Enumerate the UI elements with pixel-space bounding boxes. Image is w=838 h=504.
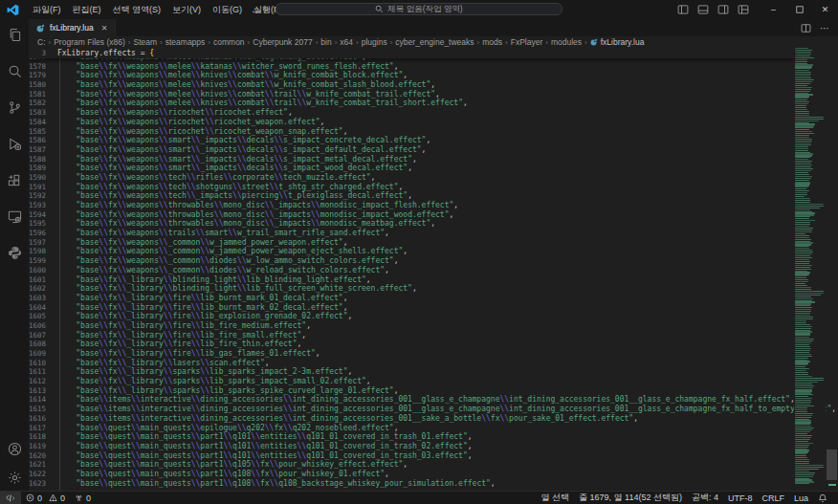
restore-button[interactable] bbox=[786, 0, 812, 19]
code-line[interactable]: 1592 "base\\fx\\weapons\\tech\\_impacts\… bbox=[29, 191, 794, 201]
code-line[interactable]: 1595 "base\\fx\\weapons\\throwables\\mon… bbox=[29, 219, 794, 229]
code-line[interactable]: 1608 "base\\fx\\_library\\fire\\lib_fire… bbox=[29, 340, 794, 349]
command-center-search[interactable]: 제목 없음(작업 영역) bbox=[276, 3, 562, 15]
code-line[interactable]: 1581 "base\\fx\\weapons\\melee\\knives\\… bbox=[29, 90, 794, 99]
explorer-icon[interactable] bbox=[8, 28, 22, 42]
close-button[interactable]: ✕ bbox=[812, 0, 838, 19]
menu-item-4[interactable]: 이동(G) bbox=[207, 4, 248, 16]
account-icon[interactable] bbox=[8, 442, 22, 456]
code-line[interactable]: 1598 "base\\fx\\weapons\\_common\\w_jamm… bbox=[29, 247, 794, 256]
code-line[interactable]: 1621 "base\\quest\\main_quests\\part1\\q… bbox=[29, 460, 794, 470]
notifications-bell[interactable] bbox=[813, 492, 832, 504]
menu-item-0[interactable]: 파일(F) bbox=[27, 4, 67, 16]
code-line[interactable]: 1607 "base\\fx\\_library\\fire\\lib_fire… bbox=[29, 331, 794, 340]
crumb[interactable]: C: bbox=[37, 37, 46, 47]
crumb[interactable]: Steam bbox=[133, 37, 157, 47]
code-line[interactable]: 1623 "base\\quest\\main_quests\\part1\\q… bbox=[29, 479, 794, 489]
code-line[interactable]: 1587 "base\\fx\\weapons\\smart\\_impacts… bbox=[29, 145, 794, 155]
crumb[interactable]: x64 bbox=[340, 37, 353, 47]
code-line[interactable]: 1617 "base\\quest\\main_quests\\epilogue… bbox=[29, 424, 794, 433]
code-line[interactable]: 1584 "base\\fx\\weapons\\ricochet\\ricoc… bbox=[29, 118, 794, 127]
code-line[interactable]: 1612 "base\\fx\\_library\\sparks\\lib_sp… bbox=[29, 377, 794, 386]
code-line[interactable]: 1590 "base\\fx\\weapons\\tech\\rifles\\c… bbox=[29, 173, 794, 183]
language-mode[interactable]: Lua bbox=[789, 492, 813, 504]
menu-item-1[interactable]: 편집(E) bbox=[67, 4, 107, 16]
code-line[interactable]: 1609 "base\\fx\\_library\\fire\\lib_gas_… bbox=[29, 349, 794, 359]
toggle-sidebar-icon[interactable] bbox=[677, 4, 689, 15]
code-line[interactable]: 1591 "base\\fx\\weapons\\tech\\shotguns\… bbox=[29, 183, 794, 192]
problems-indicator[interactable]: 0 0 bbox=[21, 492, 70, 504]
code-line[interactable]: 1616 "base\\items\\interactive\\dining_a… bbox=[29, 414, 794, 424]
menu-item-3[interactable]: 보기(V) bbox=[166, 4, 207, 16]
code-line[interactable]: 1579 "base\\fx\\weapons\\melee\\knives\\… bbox=[29, 71, 794, 80]
crumb[interactable]: Program Files (x86) bbox=[54, 37, 125, 47]
crumb[interactable]: plugins bbox=[362, 37, 387, 47]
remote-explorer-icon[interactable] bbox=[8, 209, 22, 224]
python-extension-icon[interactable] bbox=[8, 246, 22, 260]
code-line[interactable]: 1589 "base\\fx\\weapons\\smart\\_impacts… bbox=[29, 164, 794, 173]
settings-gear-icon[interactable] bbox=[8, 471, 22, 485]
more-actions-icon[interactable]: ⋯ bbox=[820, 23, 829, 33]
indentation[interactable]: 공백: 4 bbox=[687, 492, 723, 504]
tab-close-icon[interactable]: ✕ bbox=[101, 24, 108, 33]
run-debug-icon[interactable] bbox=[8, 137, 22, 151]
toggle-secondary-sidebar-icon[interactable] bbox=[717, 4, 729, 15]
code-line[interactable]: 1614 "base\\items\\interactive\\dining_a… bbox=[29, 395, 794, 405]
code-line[interactable]: 1605 "base\\fx\\_library\\fire\\lib_expl… bbox=[29, 312, 794, 321]
encoding[interactable]: UTF-8 bbox=[723, 492, 758, 504]
breadcrumb-file[interactable]: fxLibrary.lua bbox=[590, 37, 645, 47]
crumb[interactable]: mods bbox=[482, 37, 502, 47]
code-line[interactable]: 1603 "base\\fx\\_library\\fire\\lib_burn… bbox=[29, 294, 794, 303]
code-line[interactable]: 1596 "base\\fx\\weapons\\trails\\smart\\… bbox=[29, 229, 794, 238]
split-editor-icon[interactable] bbox=[801, 23, 811, 33]
crumb[interactable]: modules bbox=[551, 37, 582, 47]
selection-mode[interactable]: 열 선택 bbox=[537, 492, 575, 504]
code-line[interactable]: 1586 "base\\fx\\weapons\\smart\\_impacts… bbox=[29, 136, 794, 145]
code-line[interactable]: 1615 "base\\items\\interactive\\dining_a… bbox=[29, 405, 794, 414]
code-line[interactable]: 1580 "base\\fx\\weapons\\melee\\knives\\… bbox=[29, 80, 794, 90]
code-line[interactable]: 1618 "base\\quest\\main_quests\\part1\\q… bbox=[29, 432, 794, 442]
remote-indicator[interactable] bbox=[0, 492, 21, 504]
code-line[interactable]: 1588 "base\\fx\\weapons\\smart\\_impacts… bbox=[29, 155, 794, 164]
code-line[interactable]: 1583 "base\\fx\\weapons\\ricochet\\ricoc… bbox=[29, 108, 794, 118]
code-line[interactable]: 1610 "base\\fx\\_library\\lasers\\scan.e… bbox=[29, 359, 794, 368]
vscode-logo-icon[interactable] bbox=[7, 4, 19, 16]
crumb[interactable]: common bbox=[213, 37, 245, 47]
source-control-icon[interactable] bbox=[8, 100, 22, 115]
code-line[interactable]: 1578 "base\\fx\\weapons\\melee\\katanas\… bbox=[29, 62, 794, 72]
toggle-panel-icon[interactable] bbox=[697, 4, 709, 15]
code-line[interactable]: 1597 "base\\fx\\weapons\\_common\\w_jamm… bbox=[29, 238, 794, 248]
code-line[interactable]: 1585 "base\\fx\\weapons\\ricochet\\ricoc… bbox=[29, 127, 794, 137]
sticky-scroll-line[interactable]: 3 FxLibrary.effects = { bbox=[29, 48, 794, 58]
code-line[interactable]: 1619 "base\\quest\\main_quests\\part1\\q… bbox=[29, 442, 794, 451]
code-line[interactable]: 1611 "base\\fx\\_library\\sparks\\lib_sp… bbox=[29, 367, 794, 377]
code-line[interactable]: 1604 "base\\fx\\_library\\fire\\lib_burn… bbox=[29, 303, 794, 313]
crumb[interactable]: Cyberpunk 2077 bbox=[253, 37, 312, 47]
code-line[interactable]: 1601 "base\\fx\\_library\\blinding_light… bbox=[29, 275, 794, 285]
code-line[interactable]: 1600 "base\\fx\\weapons\\_common\\diodes… bbox=[29, 266, 794, 275]
vertical-scrollbar[interactable] bbox=[826, 48, 838, 491]
crumb[interactable]: bin bbox=[320, 37, 331, 47]
code-editor[interactable]: 1577 "base\\fx\\weapons\\melee\\katanas\… bbox=[29, 48, 838, 491]
scrollbar-slider[interactable] bbox=[827, 449, 837, 480]
nav-back-icon[interactable]: ← bbox=[251, 5, 260, 15]
ports-indicator[interactable]: 0 bbox=[70, 492, 96, 504]
minimap[interactable] bbox=[794, 48, 826, 491]
extensions-icon[interactable] bbox=[8, 173, 22, 187]
crumb[interactable]: steamapps bbox=[165, 37, 206, 47]
tab-fxlibrary-lua[interactable]: fxLibrary.lua ✕ bbox=[29, 19, 116, 36]
code-line[interactable]: 1593 "base\\fx\\weapons\\throwables\\mon… bbox=[29, 201, 794, 210]
crumb[interactable]: FxPlayer bbox=[511, 37, 543, 47]
code-line[interactable]: 1582 "base\\fx\\weapons\\melee\\knives\\… bbox=[29, 99, 794, 108]
code-line[interactable]: 1613 "base\\fx\\_library\\sparks\\lib_sp… bbox=[29, 386, 794, 396]
code-line[interactable]: 1622 "base\\quest\\main_quests\\part1\\q… bbox=[29, 470, 794, 479]
code-line[interactable]: 1599 "base\\fx\\weapons\\_common\\diodes… bbox=[29, 256, 794, 266]
search-sidebar-icon[interactable] bbox=[8, 64, 22, 78]
crumb[interactable]: cyber_engine_tweaks bbox=[395, 37, 474, 47]
code-line[interactable]: 1606 "base\\fx\\_library\\fire\\lib_fire… bbox=[29, 321, 794, 331]
code-line[interactable]: 1594 "base\\fx\\weapons\\throwables\\mon… bbox=[29, 210, 794, 220]
menu-item-2[interactable]: 선택 영역(S) bbox=[107, 4, 167, 16]
minimize-button[interactable]: – bbox=[761, 0, 786, 19]
cursor-position[interactable]: 줄 1679, 열 114(52 선택됨) bbox=[574, 492, 687, 504]
code-line[interactable]: 1620 "base\\quest\\main_quests\\part1\\q… bbox=[29, 451, 794, 461]
